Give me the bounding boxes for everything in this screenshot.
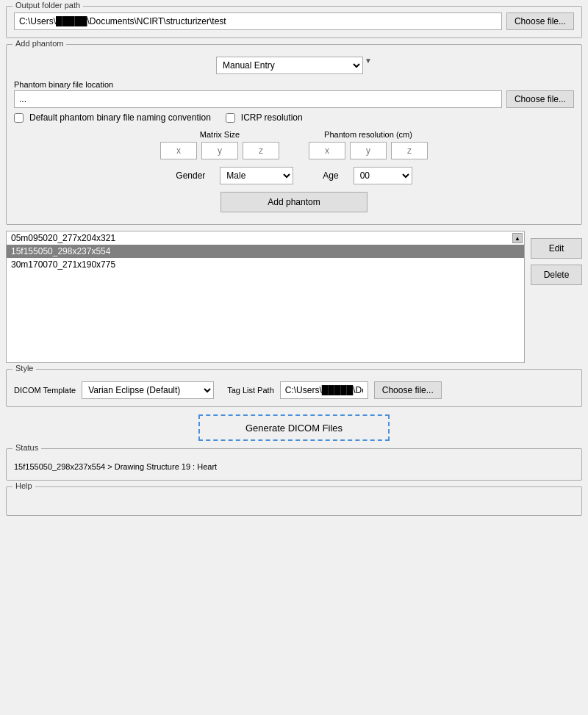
phantom-type-select[interactable]: Manual Entry DICOM Import [216,57,363,74]
matrix-z-input[interactable] [243,142,279,159]
add-phantom-btn-row: Add phantom [14,192,574,212]
style-section: Style DICOM Template Varian Eclipse (Def… [6,369,582,407]
resolution-y-input[interactable] [350,142,387,159]
phantom-type-row: Manual Entry DICOM Import ▼ [14,57,574,74]
gender-select[interactable]: Male Female [220,167,293,184]
add-phantom-button[interactable]: Add phantom [220,192,368,212]
gender-age-row: Gender Male Female Age 00 05 10 15 [14,167,574,184]
tag-list-path-input[interactable] [280,381,368,399]
default-naming-label: Default phantom binary file naming conve… [29,112,211,123]
help-legend: Help [12,481,35,490]
list-item[interactable]: 15f155050_298x237x554 [7,245,524,258]
dicom-template-label: DICOM Template [14,386,76,395]
phantom-list-section: 05m095020_277x204x321 15f155050_298x237x… [6,231,582,363]
list-action-buttons: Edit Delete [531,231,582,363]
phantom-resolution-group: Phantom resolution (cm) [309,130,428,159]
phantom-list-box[interactable]: 05m095020_277x204x321 15f155050_298x237x… [6,231,525,363]
icrp-resolution-label: ICRP resolution [241,112,303,123]
resolution-xyz-inputs [309,142,428,159]
age-label: Age [323,170,338,181]
matrix-x-input[interactable] [160,142,197,159]
status-section: Status 15f155050_298x237x554 > Drawing S… [6,448,582,481]
resolution-x-input[interactable] [309,142,345,159]
phantom-file-choose-button[interactable]: Choose file... [506,90,574,108]
status-legend: Status [12,443,41,452]
matrix-y-input[interactable] [201,142,238,159]
output-folder-legend: Output folder path [12,1,83,10]
age-select[interactable]: 00 05 10 15 [354,167,412,184]
add-phantom-section: Add phantom Manual Entry DICOM Import ▼ … [6,44,582,225]
gender-label: Gender [176,170,205,181]
phantom-file-row: Choose file... [14,90,574,108]
matrix-size-label: Matrix Size [200,130,240,139]
icrp-resolution-checkbox-item: ICRP resolution [226,112,303,123]
default-naming-checkbox-item: Default phantom binary file naming conve… [14,112,211,123]
resolution-z-input[interactable] [391,142,428,159]
style-row: DICOM Template Varian Eclipse (Default) … [14,381,574,399]
matrix-resolution-row: Matrix Size Phantom resolution (cm) [14,130,574,159]
scrollbar-up-icon[interactable]: ▲ [512,233,523,243]
tag-list-path-label: Tag List Path [227,386,274,395]
icrp-resolution-checkbox[interactable] [226,113,235,123]
list-item[interactable]: 05m095020_277x204x321 [7,231,524,245]
phantom-file-input[interactable] [14,90,502,108]
generate-button[interactable]: Generate DICOM Files [198,414,390,441]
status-text: 15f155050_298x237x554 > Drawing Structur… [14,461,574,473]
phantom-resolution-label: Phantom resolution (cm) [324,130,412,139]
delete-button[interactable]: Delete [531,265,582,285]
list-item[interactable]: 30m170070_271x190x775 [7,258,524,271]
edit-button[interactable]: Edit [531,238,582,259]
phantom-file-location-label: Phantom binary file location [14,80,574,89]
dicom-template-select[interactable]: Varian Eclipse (Default) Custom [82,381,214,399]
add-phantom-legend: Add phantom [12,39,66,48]
matrix-size-group: Matrix Size [160,130,279,159]
output-folder-input[interactable] [14,12,502,30]
default-naming-checkbox[interactable] [14,113,24,123]
checkbox-row: Default phantom binary file naming conve… [14,112,574,123]
matrix-xyz-inputs [160,142,279,159]
output-folder-section: Output folder path Choose file... [6,6,582,38]
generate-row: Generate DICOM Files [6,414,582,441]
tag-list-choose-button[interactable]: Choose file... [374,381,442,399]
help-section: Help [6,486,582,516]
style-legend: Style [12,364,36,373]
output-folder-choose-button[interactable]: Choose file... [506,12,574,30]
output-folder-row: Choose file... [14,12,574,30]
